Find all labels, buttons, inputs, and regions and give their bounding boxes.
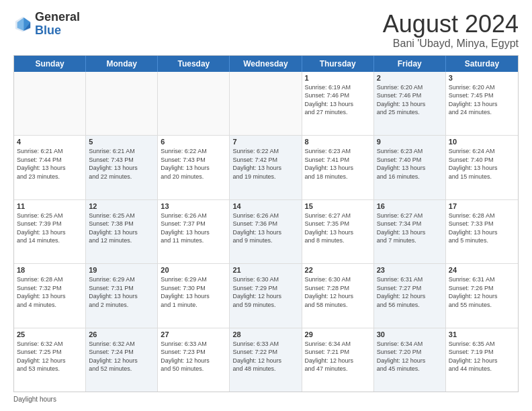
day-info: Sunrise: 6:28 AM Sunset: 7:32 PM Dayligh… xyxy=(17,275,83,309)
cal-header-saturday: Saturday xyxy=(446,56,518,72)
day-info: Sunrise: 6:33 AM Sunset: 7:22 PM Dayligh… xyxy=(232,340,298,373)
day-number: 5 xyxy=(89,138,154,146)
cal-cell-2: 2Sunrise: 6:20 AM Sunset: 7:46 PM Daylig… xyxy=(374,72,446,135)
day-number: 9 xyxy=(377,138,443,146)
cal-cell-10: 10Sunrise: 6:24 AM Sunset: 7:40 PM Dayli… xyxy=(446,136,518,199)
cal-cell-17: 17Sunrise: 6:28 AM Sunset: 7:33 PM Dayli… xyxy=(446,200,518,263)
day-info: Sunrise: 6:32 AM Sunset: 7:25 PM Dayligh… xyxy=(17,340,83,373)
day-number: 22 xyxy=(305,266,371,274)
day-info: Sunrise: 6:33 AM Sunset: 7:23 PM Dayligh… xyxy=(161,340,226,373)
cal-week-3: 18Sunrise: 6:28 AM Sunset: 7:32 PM Dayli… xyxy=(14,264,518,328)
day-info: Sunrise: 6:19 AM Sunset: 7:46 PM Dayligh… xyxy=(305,83,371,117)
logo-text: General Blue xyxy=(35,11,80,38)
day-info: Sunrise: 6:27 AM Sunset: 7:34 PM Dayligh… xyxy=(377,212,443,245)
logo-general: General xyxy=(35,10,80,24)
day-info: Sunrise: 6:25 AM Sunset: 7:39 PM Dayligh… xyxy=(17,212,83,245)
day-info: Sunrise: 6:26 AM Sunset: 7:36 PM Dayligh… xyxy=(232,212,298,245)
cal-cell-27: 27Sunrise: 6:33 AM Sunset: 7:23 PM Dayli… xyxy=(158,328,230,392)
cal-cell-21: 21Sunrise: 6:30 AM Sunset: 7:29 PM Dayli… xyxy=(230,264,302,327)
calendar-body: 1Sunrise: 6:19 AM Sunset: 7:46 PM Daylig… xyxy=(14,72,518,392)
cal-cell-15: 15Sunrise: 6:27 AM Sunset: 7:35 PM Dayli… xyxy=(302,200,374,263)
day-number: 1 xyxy=(305,74,371,82)
cal-cell-13: 13Sunrise: 6:26 AM Sunset: 7:37 PM Dayli… xyxy=(158,200,230,263)
day-number: 12 xyxy=(89,202,154,210)
day-info: Sunrise: 6:26 AM Sunset: 7:37 PM Dayligh… xyxy=(161,212,226,245)
cal-cell-14: 14Sunrise: 6:26 AM Sunset: 7:36 PM Dayli… xyxy=(230,200,302,263)
day-number: 6 xyxy=(161,138,226,146)
cal-cell-9: 9Sunrise: 6:23 AM Sunset: 7:40 PM Daylig… xyxy=(374,136,446,199)
day-info: Sunrise: 6:32 AM Sunset: 7:24 PM Dayligh… xyxy=(89,340,154,373)
day-number: 28 xyxy=(232,330,298,338)
cal-cell-7: 7Sunrise: 6:22 AM Sunset: 7:42 PM Daylig… xyxy=(230,136,302,199)
day-info: Sunrise: 6:25 AM Sunset: 7:38 PM Dayligh… xyxy=(89,212,154,245)
day-info: Sunrise: 6:21 AM Sunset: 7:43 PM Dayligh… xyxy=(89,147,154,181)
day-number: 16 xyxy=(377,202,443,210)
cal-week-4: 25Sunrise: 6:32 AM Sunset: 7:25 PM Dayli… xyxy=(14,328,518,392)
day-number: 31 xyxy=(449,330,515,338)
daylight-label: Daylight hours xyxy=(13,396,56,403)
day-number: 19 xyxy=(89,266,154,274)
day-number: 27 xyxy=(161,330,226,338)
cal-cell-5: 5Sunrise: 6:21 AM Sunset: 7:43 PM Daylig… xyxy=(86,136,158,199)
day-number: 26 xyxy=(89,330,154,338)
calendar: SundayMondayTuesdayWednesdayThursdayFrid… xyxy=(13,55,519,392)
day-info: Sunrise: 6:20 AM Sunset: 7:46 PM Dayligh… xyxy=(377,83,443,117)
day-number: 13 xyxy=(161,202,226,210)
cal-cell-20: 20Sunrise: 6:29 AM Sunset: 7:30 PM Dayli… xyxy=(158,264,230,327)
cal-cell-19: 19Sunrise: 6:29 AM Sunset: 7:31 PM Dayli… xyxy=(86,264,158,327)
cal-cell-11: 11Sunrise: 6:25 AM Sunset: 7:39 PM Dayli… xyxy=(14,200,86,263)
subtitle: Bani 'Ubayd, Minya, Egypt xyxy=(383,38,519,50)
cal-cell-16: 16Sunrise: 6:27 AM Sunset: 7:34 PM Dayli… xyxy=(374,200,446,263)
day-number: 11 xyxy=(17,202,83,210)
cal-cell-28: 28Sunrise: 6:33 AM Sunset: 7:22 PM Dayli… xyxy=(230,328,302,392)
day-info: Sunrise: 6:22 AM Sunset: 7:43 PM Dayligh… xyxy=(161,147,226,181)
page: General Blue August 2024 Bani 'Ubayd, Mi… xyxy=(0,0,532,411)
day-number: 21 xyxy=(232,266,298,274)
day-number: 14 xyxy=(232,202,298,210)
day-info: Sunrise: 6:28 AM Sunset: 7:33 PM Dayligh… xyxy=(449,212,515,245)
cal-cell-29: 29Sunrise: 6:34 AM Sunset: 7:21 PM Dayli… xyxy=(302,328,374,392)
cal-cell-empty-0-3 xyxy=(230,72,302,135)
logo-icon xyxy=(13,15,32,34)
day-number: 7 xyxy=(232,138,298,146)
day-number: 18 xyxy=(17,266,83,274)
day-number: 17 xyxy=(449,202,515,210)
cal-cell-25: 25Sunrise: 6:32 AM Sunset: 7:25 PM Dayli… xyxy=(14,328,86,392)
day-info: Sunrise: 6:34 AM Sunset: 7:20 PM Dayligh… xyxy=(377,340,443,373)
day-number: 23 xyxy=(377,266,443,274)
day-info: Sunrise: 6:23 AM Sunset: 7:41 PM Dayligh… xyxy=(305,147,371,181)
calendar-header: SundayMondayTuesdayWednesdayThursdayFrid… xyxy=(14,56,518,72)
day-info: Sunrise: 6:31 AM Sunset: 7:27 PM Dayligh… xyxy=(377,275,443,309)
day-info: Sunrise: 6:23 AM Sunset: 7:40 PM Dayligh… xyxy=(377,147,443,181)
cal-cell-22: 22Sunrise: 6:30 AM Sunset: 7:28 PM Dayli… xyxy=(302,264,374,327)
cal-cell-31: 31Sunrise: 6:35 AM Sunset: 7:19 PM Dayli… xyxy=(446,328,518,392)
cal-cell-empty-0-2 xyxy=(158,72,230,135)
cal-header-tuesday: Tuesday xyxy=(158,56,230,72)
day-info: Sunrise: 6:27 AM Sunset: 7:35 PM Dayligh… xyxy=(305,212,371,245)
cal-cell-3: 3Sunrise: 6:20 AM Sunset: 7:45 PM Daylig… xyxy=(446,72,518,135)
day-info: Sunrise: 6:30 AM Sunset: 7:28 PM Dayligh… xyxy=(305,275,371,309)
cal-cell-1: 1Sunrise: 6:19 AM Sunset: 7:46 PM Daylig… xyxy=(302,72,374,135)
day-number: 3 xyxy=(449,74,515,82)
day-info: Sunrise: 6:21 AM Sunset: 7:44 PM Dayligh… xyxy=(17,147,83,181)
title-block: August 2024 Bani 'Ubayd, Minya, Egypt xyxy=(383,11,519,50)
day-info: Sunrise: 6:29 AM Sunset: 7:31 PM Dayligh… xyxy=(89,275,154,309)
cal-cell-empty-0-1 xyxy=(86,72,158,135)
day-info: Sunrise: 6:31 AM Sunset: 7:26 PM Dayligh… xyxy=(449,275,515,309)
day-number: 4 xyxy=(17,138,83,146)
day-number: 25 xyxy=(17,330,83,338)
cal-cell-26: 26Sunrise: 6:32 AM Sunset: 7:24 PM Dayli… xyxy=(86,328,158,392)
day-number: 20 xyxy=(161,266,226,274)
cal-week-1: 4Sunrise: 6:21 AM Sunset: 7:44 PM Daylig… xyxy=(14,136,518,199)
day-number: 29 xyxy=(305,330,371,338)
cal-header-sunday: Sunday xyxy=(14,56,86,72)
header: General Blue August 2024 Bani 'Ubayd, Mi… xyxy=(13,11,519,50)
day-info: Sunrise: 6:22 AM Sunset: 7:42 PM Dayligh… xyxy=(232,147,298,181)
cal-cell-18: 18Sunrise: 6:28 AM Sunset: 7:32 PM Dayli… xyxy=(14,264,86,327)
cal-header-monday: Monday xyxy=(86,56,158,72)
cal-week-2: 11Sunrise: 6:25 AM Sunset: 7:39 PM Dayli… xyxy=(14,200,518,264)
cal-header-thursday: Thursday xyxy=(302,56,374,72)
cal-cell-4: 4Sunrise: 6:21 AM Sunset: 7:44 PM Daylig… xyxy=(14,136,86,199)
cal-cell-empty-0-0 xyxy=(14,72,86,135)
day-number: 15 xyxy=(305,202,371,210)
